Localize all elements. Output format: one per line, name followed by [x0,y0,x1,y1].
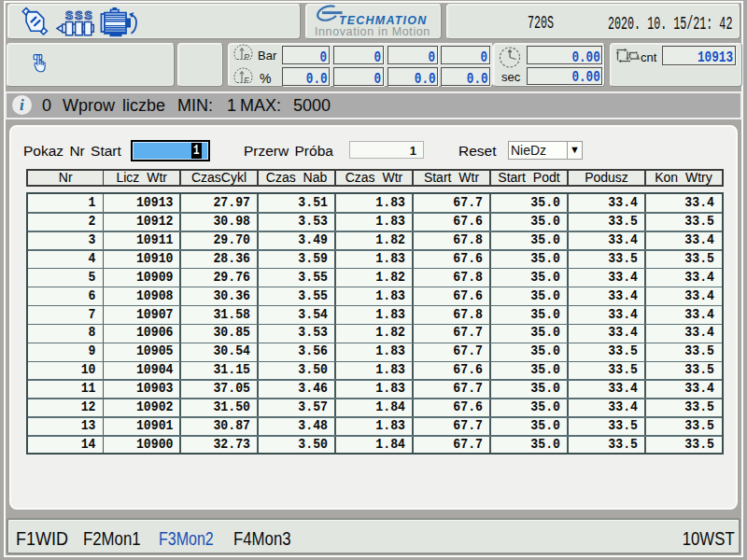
svg-text:Innovation in Motion: Innovation in Motion [315,25,430,38]
svg-text:P: P [245,52,250,62]
svg-text:F: F [245,76,250,85]
svg-text:TECHMATION: TECHMATION [339,14,427,27]
svg-text:SSS: SSS [65,9,94,22]
